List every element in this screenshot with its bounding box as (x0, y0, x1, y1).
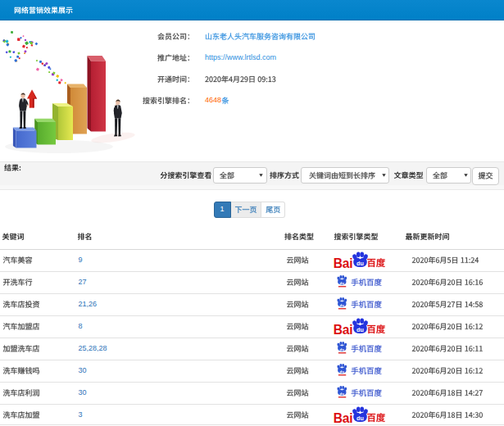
svg-text:Bai: Bai (334, 411, 352, 425)
svg-text:du: du (356, 326, 364, 333)
svg-text:du: du (340, 303, 345, 307)
svg-text:Bai: Bai (334, 256, 352, 270)
svg-text:du: du (340, 392, 345, 396)
svg-text:du: du (340, 369, 345, 374)
svg-text:du: du (356, 415, 364, 422)
svg-text:du: du (356, 260, 364, 267)
svg-text:du: du (340, 281, 345, 285)
svg-text:du: du (340, 347, 345, 351)
svg-text:Bai: Bai (334, 323, 352, 337)
